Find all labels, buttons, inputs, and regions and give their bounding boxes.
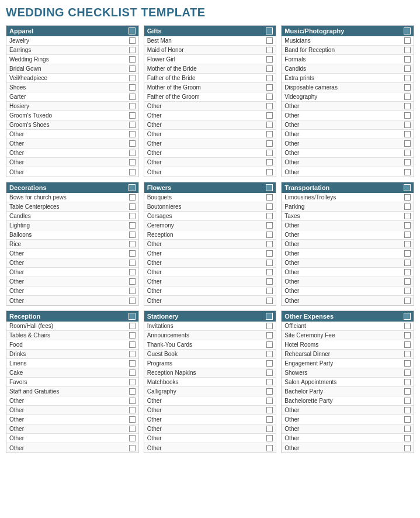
- row-checkbox[interactable]: [129, 203, 136, 210]
- row-checkbox[interactable]: [404, 94, 411, 100]
- row-checkbox[interactable]: [404, 278, 411, 285]
- row-checkbox[interactable]: [129, 232, 136, 238]
- row-checkbox[interactable]: [266, 260, 273, 266]
- section-header-checkbox-decorations[interactable]: [129, 184, 136, 191]
- row-checkbox[interactable]: [266, 203, 273, 210]
- row-checkbox[interactable]: [129, 288, 136, 294]
- row-checkbox[interactable]: [404, 341, 411, 348]
- row-checkbox[interactable]: [404, 369, 411, 376]
- row-checkbox[interactable]: [129, 323, 136, 329]
- row-checkbox[interactable]: [404, 65, 411, 72]
- section-header-checkbox-flowers[interactable]: [266, 184, 273, 191]
- row-checkbox[interactable]: [129, 159, 136, 165]
- row-checkbox[interactable]: [129, 194, 136, 201]
- row-checkbox[interactable]: [129, 351, 136, 357]
- row-checkbox[interactable]: [129, 388, 136, 395]
- row-checkbox[interactable]: [404, 37, 411, 44]
- row-checkbox[interactable]: [266, 213, 273, 219]
- row-checkbox[interactable]: [129, 278, 136, 285]
- row-checkbox[interactable]: [266, 323, 273, 329]
- section-header-checkbox-stationery[interactable]: [266, 313, 273, 320]
- row-checkbox[interactable]: [404, 222, 411, 229]
- row-checkbox[interactable]: [129, 241, 136, 247]
- section-header-checkbox-apparel[interactable]: [129, 27, 136, 34]
- row-checkbox[interactable]: [404, 122, 411, 128]
- row-checkbox[interactable]: [266, 37, 273, 44]
- section-header-checkbox-gifts[interactable]: [266, 27, 273, 34]
- row-checkbox[interactable]: [129, 332, 136, 339]
- row-checkbox[interactable]: [404, 426, 411, 432]
- row-checkbox[interactable]: [266, 194, 273, 201]
- row-checkbox[interactable]: [266, 426, 273, 432]
- row-checkbox[interactable]: [266, 232, 273, 238]
- row-checkbox[interactable]: [129, 131, 136, 137]
- row-checkbox[interactable]: [266, 169, 273, 175]
- row-checkbox[interactable]: [129, 369, 136, 376]
- row-checkbox[interactable]: [129, 407, 136, 413]
- section-header-checkbox-transportation[interactable]: [404, 184, 411, 191]
- row-checkbox[interactable]: [129, 150, 136, 156]
- row-checkbox[interactable]: [266, 56, 273, 63]
- row-checkbox[interactable]: [129, 260, 136, 266]
- row-checkbox[interactable]: [266, 351, 273, 357]
- row-checkbox[interactable]: [266, 288, 273, 294]
- row-checkbox[interactable]: [266, 298, 273, 304]
- row-checkbox[interactable]: [404, 269, 411, 275]
- row-checkbox[interactable]: [404, 150, 411, 156]
- row-checkbox[interactable]: [266, 435, 273, 441]
- row-checkbox[interactable]: [404, 250, 411, 257]
- row-checkbox[interactable]: [266, 407, 273, 413]
- row-checkbox[interactable]: [404, 47, 411, 53]
- row-checkbox[interactable]: [266, 84, 273, 91]
- row-checkbox[interactable]: [404, 351, 411, 357]
- row-checkbox[interactable]: [129, 445, 136, 451]
- row-checkbox[interactable]: [129, 222, 136, 229]
- row-checkbox[interactable]: [404, 388, 411, 395]
- row-checkbox[interactable]: [404, 407, 411, 413]
- row-checkbox[interactable]: [266, 75, 273, 81]
- row-checkbox[interactable]: [129, 84, 136, 91]
- row-checkbox[interactable]: [266, 140, 273, 147]
- row-checkbox[interactable]: [404, 416, 411, 423]
- row-checkbox[interactable]: [266, 65, 273, 72]
- row-checkbox[interactable]: [129, 416, 136, 423]
- row-checkbox[interactable]: [266, 103, 273, 109]
- row-checkbox[interactable]: [266, 94, 273, 100]
- row-checkbox[interactable]: [404, 360, 411, 367]
- row-checkbox[interactable]: [404, 84, 411, 91]
- row-checkbox[interactable]: [404, 398, 411, 404]
- row-checkbox[interactable]: [404, 75, 411, 81]
- row-checkbox[interactable]: [404, 435, 411, 441]
- row-checkbox[interactable]: [404, 112, 411, 119]
- row-checkbox[interactable]: [129, 298, 136, 304]
- row-checkbox[interactable]: [129, 426, 136, 432]
- row-checkbox[interactable]: [404, 288, 411, 294]
- row-checkbox[interactable]: [404, 260, 411, 266]
- row-checkbox[interactable]: [129, 379, 136, 385]
- row-checkbox[interactable]: [129, 341, 136, 348]
- row-checkbox[interactable]: [129, 103, 136, 109]
- row-checkbox[interactable]: [266, 332, 273, 339]
- row-checkbox[interactable]: [129, 398, 136, 404]
- row-checkbox[interactable]: [129, 169, 136, 175]
- row-checkbox[interactable]: [129, 360, 136, 367]
- row-checkbox[interactable]: [266, 241, 273, 247]
- row-checkbox[interactable]: [266, 222, 273, 229]
- row-checkbox[interactable]: [404, 332, 411, 339]
- row-checkbox[interactable]: [266, 369, 273, 376]
- section-header-checkbox-music-photography[interactable]: [404, 27, 411, 34]
- row-checkbox[interactable]: [266, 278, 273, 285]
- section-header-checkbox-reception[interactable]: [129, 313, 136, 320]
- row-checkbox[interactable]: [266, 150, 273, 156]
- row-checkbox[interactable]: [404, 232, 411, 238]
- row-checkbox[interactable]: [266, 47, 273, 53]
- row-checkbox[interactable]: [266, 269, 273, 275]
- row-checkbox[interactable]: [129, 75, 136, 81]
- row-checkbox[interactable]: [404, 445, 411, 451]
- row-checkbox[interactable]: [266, 112, 273, 119]
- row-checkbox[interactable]: [404, 298, 411, 304]
- row-checkbox[interactable]: [266, 416, 273, 423]
- row-checkbox[interactable]: [404, 169, 411, 175]
- row-checkbox[interactable]: [404, 379, 411, 385]
- row-checkbox[interactable]: [266, 122, 273, 128]
